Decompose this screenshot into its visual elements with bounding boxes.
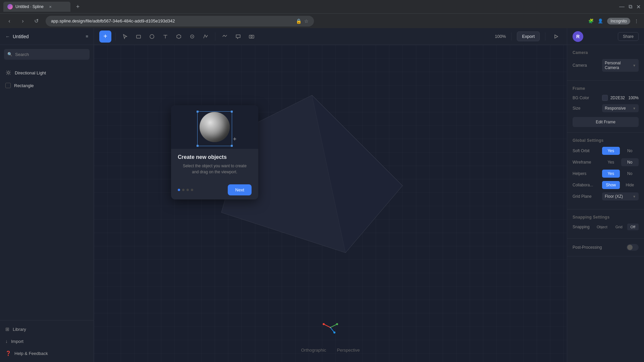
close-window-icon[interactable]: ✕: [636, 4, 641, 10]
comment-tool[interactable]: [233, 31, 244, 42]
wireframe-row: Wireframe Yes No: [573, 158, 639, 166]
new-tab-button[interactable]: +: [73, 2, 83, 11]
help-feedback-item[interactable]: ❓ Help & Feedback: [0, 347, 94, 359]
next-button[interactable]: Next: [228, 184, 252, 195]
play-button[interactable]: [551, 31, 561, 42]
post-processing-toggle[interactable]: [627, 244, 639, 251]
helpers-no[interactable]: No: [621, 170, 639, 178]
pen-tool[interactable]: [187, 31, 198, 42]
maximize-icon[interactable]: ⧉: [629, 4, 632, 10]
wireframe-no[interactable]: No: [621, 158, 639, 166]
library-icon: ⊞: [5, 326, 9, 332]
scene-item-directional-light[interactable]: Directional Light: [0, 66, 94, 79]
security-icon: 🔒: [296, 18, 302, 24]
project-title: Untitled: [13, 34, 29, 39]
grid-plane-dropdown[interactable]: Floor (XZ) ▼: [602, 192, 639, 200]
rectangle-checkbox[interactable]: [5, 83, 11, 88]
camera-dropdown[interactable]: Personal Camera ▼: [602, 59, 639, 72]
refresh-button[interactable]: ↺: [32, 18, 40, 24]
viewport[interactable]: Orthographic Perspective ✕ + C: [94, 45, 567, 362]
camera-tool[interactable]: [246, 31, 257, 42]
bg-color-swatch[interactable]: [602, 95, 608, 101]
select-tool[interactable]: [120, 31, 130, 42]
browser-tab[interactable]: Untitled · Spline ✕: [3, 2, 70, 12]
scene-item-rectangle[interactable]: Rectangle: [0, 79, 94, 92]
right-sidebar: R Share Camera Camera Personal Camera ▼ …: [567, 28, 644, 362]
helpers-yes[interactable]: Yes: [602, 170, 620, 178]
svg-point-10: [150, 35, 154, 39]
sidebar-menu-icon[interactable]: ≡: [86, 34, 88, 39]
back-arrow[interactable]: ←: [5, 34, 10, 39]
snap-off[interactable]: Off: [627, 224, 639, 230]
search-input[interactable]: Search: [15, 52, 29, 57]
popup-description: Select the object you want to createand …: [178, 163, 252, 175]
tab-favicon: [7, 4, 13, 9]
popup-progress-dots: [178, 189, 193, 191]
rectangle-label: Rectangle: [14, 83, 34, 88]
collaborators-row: Collabora... Show Hide: [573, 181, 639, 189]
svg-line-8: [7, 74, 7, 75]
menu-icon[interactable]: ⋮: [634, 18, 639, 23]
global-settings-title: Global Settings: [573, 138, 639, 143]
collaborators-show[interactable]: Show: [602, 181, 620, 189]
dot-1: [178, 189, 180, 191]
svg-point-22: [336, 323, 338, 325]
browser-addressbar: ‹ › ↺ app.spline.design/file/adbfb567-34…: [0, 13, 644, 28]
size-dropdown[interactable]: Responsive ▼: [602, 104, 639, 112]
add-object-button[interactable]: +: [99, 31, 111, 43]
wireframe-toggle: Yes No: [602, 158, 639, 166]
svg-point-14: [251, 36, 253, 38]
back-button[interactable]: ‹: [5, 18, 13, 24]
zoom-display[interactable]: 100%: [495, 34, 506, 39]
share-button[interactable]: Share: [618, 32, 639, 41]
soft-orbit-row: Soft Orbit Yes No: [573, 147, 639, 155]
snap-grid[interactable]: Grid: [612, 224, 626, 230]
wireframe-yes[interactable]: Yes: [602, 158, 620, 166]
address-bar[interactable]: app.spline.design/file/adbfb567-34e6-484…: [46, 16, 314, 26]
browser-titlebar: Untitled · Spline ✕ + — ⧉ ✕: [0, 0, 644, 13]
snap-object[interactable]: Object: [593, 224, 611, 230]
url-text: app.spline.design/file/adbfb567-34e6-484…: [51, 18, 175, 23]
tab-close-button[interactable]: ✕: [48, 4, 53, 9]
grid-plane-label: Grid Plane: [573, 194, 599, 199]
text-tool[interactable]: [160, 31, 171, 42]
forward-button[interactable]: ›: [19, 18, 27, 24]
svg-point-25: [330, 327, 331, 328]
star-icon[interactable]: ☆: [304, 18, 309, 24]
3d-tool[interactable]: [173, 31, 184, 42]
search-bar[interactable]: 🔍 Search: [4, 49, 90, 60]
dot-4: [191, 189, 193, 191]
camera-section-title: Camera: [573, 50, 639, 55]
size-dropdown-arrow: ▼: [633, 107, 636, 110]
bezier-tool[interactable]: [200, 31, 211, 42]
perspective-button[interactable]: Perspective: [334, 346, 363, 354]
camera-dropdown-arrow: ▼: [633, 64, 636, 67]
svg-point-24: [333, 331, 335, 334]
path-tool[interactable]: [219, 31, 230, 42]
library-item[interactable]: ⊞ Library: [0, 323, 94, 335]
ellipse-tool[interactable]: [147, 31, 157, 42]
sidebar-bottom: ⊞ Library ↓ Import ❓ Help & Feedback: [0, 320, 94, 362]
svg-line-19: [330, 324, 337, 327]
axis-indicator: [317, 317, 344, 339]
svg-point-23: [323, 323, 325, 325]
soft-orbit-yes[interactable]: Yes: [602, 147, 620, 155]
helpers-label: Helpers: [573, 171, 599, 176]
soft-orbit-no[interactable]: No: [621, 147, 639, 155]
import-item[interactable]: ↓ Import: [0, 335, 94, 347]
size-value: Responsive: [605, 106, 626, 111]
minimize-icon[interactable]: —: [619, 4, 625, 10]
extensions-icon[interactable]: 🧩: [588, 18, 594, 23]
orthographic-button[interactable]: Orthographic: [298, 346, 329, 354]
rectangle-tool[interactable]: [133, 31, 144, 42]
bg-color-label: BG Color: [573, 96, 599, 100]
toolbar-right: 100% Export: [495, 31, 561, 42]
user-avatar: R: [573, 31, 583, 42]
collaborators-hide[interactable]: Hide: [621, 181, 639, 189]
popup-title: Create new objects: [178, 154, 252, 160]
snapping-options: Object Grid Off: [593, 224, 639, 230]
edit-frame-button[interactable]: Edit Frame: [573, 117, 639, 127]
frame-section: Frame BG Color 2D2E32 100% Size Responsi…: [567, 81, 644, 133]
export-button[interactable]: Export: [517, 32, 540, 41]
profile-icon[interactable]: 👤: [598, 18, 603, 23]
